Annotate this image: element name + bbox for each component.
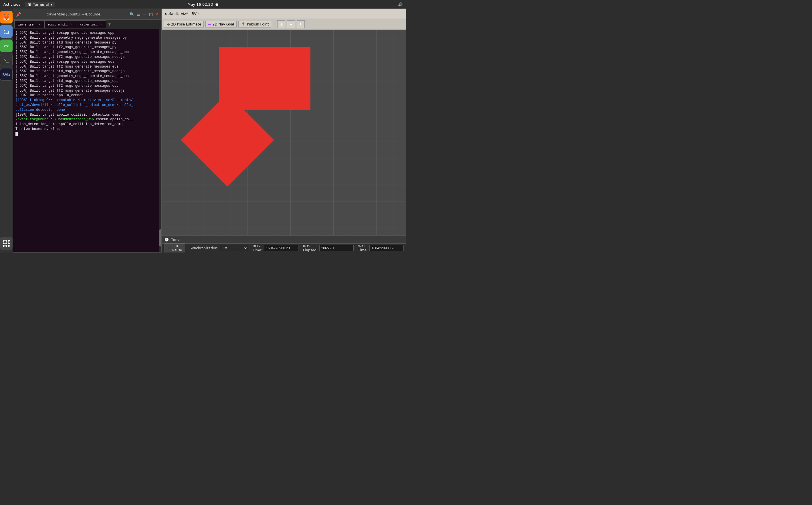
terminal-line: [ 55%] Built target roscpp_generate_mess… — [15, 59, 157, 64]
rviz-viewport[interactable] — [162, 30, 406, 235]
terminal-tab-2[interactable]: roscore htt... ✕ — [44, 20, 76, 28]
terminal-search-icon[interactable]: 🔍 — [129, 12, 134, 17]
terminal-line: [ 55%] Built target roscpp_generate_mess… — [15, 31, 157, 35]
terminal-tabs: xavier-tse... ✕ roscore htt... ✕ xavier-… — [13, 20, 162, 29]
terminal-taskbar-arrow: ▾ — [51, 2, 53, 7]
terminal-line: [100%] Built target apollo_collision_det… — [15, 113, 157, 117]
application-dock: 🦊 🗂 ✏ >_ RViz — [0, 9, 13, 252]
terminal-line: [ 55%] Built target geometry_msgs_genera… — [15, 35, 157, 40]
rviz-titlebar: default.rviz* - RViz — □ — [162, 9, 406, 19]
terminal-line: [ 55%] Built target tf2_msgs_generate_me… — [15, 55, 157, 59]
terminal-line: [ 55%] Built target tf2_msgs_generate_me… — [15, 83, 157, 89]
bottom-panel: 🕐 Time ⏸ ⏸ Pause Synchronization: Off Ex… — [162, 235, 406, 252]
tab-1-close[interactable]: ✕ — [38, 23, 41, 26]
tab-3-close[interactable]: ✕ — [100, 23, 102, 26]
publish-point-label: Publish Point — [247, 22, 269, 26]
terminal-line: [ 55%] Built target geometry_msgs_genera… — [15, 50, 157, 55]
rviz-toolbar: ✛ 2D Pose Estimate ➡ 2D Nav Goal 📍 Publi… — [162, 19, 406, 30]
recording-indicator: ● — [215, 2, 218, 7]
terminal-tab-1[interactable]: xavier-tse... ✕ — [14, 20, 44, 28]
publish-point-icon: 📍 — [241, 22, 246, 27]
sync-select[interactable]: Off Exact Time Approximate — [220, 245, 248, 251]
nav-goal-icon: ➡ — [208, 22, 212, 27]
view-eye-btn[interactable]: 👁 — [297, 20, 305, 28]
pose-estimate-tool[interactable]: ✛ 2D Pose Estimate — [164, 21, 204, 28]
terminal-window: 📌 xavier-tse@ubuntu: ~/Docume... 🔍 ☰ — □… — [13, 9, 162, 252]
rviz-window: default.rviz* - RViz — □ ✛ 2D Pose Estim… — [162, 9, 406, 252]
wall-time-field: Wall Time: — [358, 244, 404, 252]
terminal-line: [ 55%] Built target tf2_msgs_generate_me… — [15, 45, 157, 50]
terminal-line: [ 98%] Built target apollo_common — [15, 93, 157, 98]
toolbar-separator — [274, 21, 274, 28]
wall-time-input — [369, 245, 404, 251]
terminal-cursor-line — [15, 132, 157, 137]
time-clock-icon: 🕐 — [165, 237, 169, 241]
dock-rviz[interactable]: RViz — [0, 68, 13, 81]
tab-3-label: xavier-tse... — [80, 23, 98, 26]
terminal-line-link: [100%] Linking CXX executable /home/xavi… — [15, 98, 157, 112]
add-tab-button[interactable]: ▾ — [106, 20, 113, 28]
tab-2-close[interactable]: ✕ — [70, 23, 72, 26]
terminal-scrollbar[interactable] — [159, 29, 162, 252]
terminal-line: [ 55%] Built target tf2_msgs_generate_me… — [15, 89, 157, 93]
time-section-header: 🕐 Time — [162, 235, 406, 243]
terminal-line: The two boxes overlap. — [15, 127, 157, 132]
pose-estimate-label: 2D Pose Estimate — [171, 22, 201, 26]
terminal-menu-icon[interactable]: ☰ — [137, 12, 141, 17]
time-controls-bar: ⏸ ⏸ Pause Synchronization: Off Exact Tim… — [162, 243, 406, 252]
ros-time-label: ROS Time: — [253, 244, 262, 252]
ros-elapsed-label: ROS Elapsed: — [303, 244, 318, 252]
volume-icon[interactable]: 🔊 — [398, 2, 402, 7]
view-plus-btn[interactable]: + — [277, 20, 285, 28]
sync-label: Synchronization: — [190, 246, 218, 250]
terminal-title: xavier-tse@ubuntu: ~/Docume... — [23, 12, 127, 16]
terminal-line: [ 55%] Built target tf2_msgs_generate_me… — [15, 64, 157, 69]
dock-text-editor[interactable]: ✏ — [0, 39, 13, 52]
terminal-line: [ 55%] Built target std_msgs_generate_me… — [15, 79, 157, 83]
dock-firefox[interactable]: 🦊 — [0, 11, 13, 23]
pose-estimate-icon: ✛ — [167, 22, 170, 27]
system-datetime: May 16 02:23 — [188, 2, 213, 7]
ros-elapsed-input — [319, 245, 354, 251]
show-apps-button[interactable] — [0, 237, 13, 249]
rviz-title: default.rviz* - RViz — [165, 11, 200, 16]
sync-field: Synchronization: Off Exact Time Approxim… — [190, 245, 248, 251]
terminal-minimize-icon[interactable]: — — [143, 12, 147, 17]
pause-button[interactable]: ⏸ ⏸ Pause — [165, 243, 185, 252]
tab-1-label: xavier-tse... — [18, 23, 37, 26]
pause-icon: ⏸ — [168, 246, 171, 250]
publish-point-tool[interactable]: 📍 Publish Point — [238, 21, 271, 28]
dock-terminal[interactable]: >_ — [0, 54, 13, 66]
terminal-prompt-line: xavier-tse@ubuntu:~/Documents/test_ws$ r… — [15, 117, 157, 122]
terminal-close-icon[interactable]: ✕ — [155, 12, 159, 17]
terminal-line: [ 55%] Built target std_msgs_generate_me… — [15, 69, 157, 74]
terminal-tab-3[interactable]: xavier-tse... ✕ — [76, 20, 106, 28]
terminal-taskbar-label: Terminal — [33, 2, 49, 7]
dock-files[interactable]: 🗂 — [0, 25, 13, 38]
terminal-maximize-icon[interactable]: □ — [149, 12, 153, 17]
terminal-icon-small: ▣ — [28, 2, 31, 7]
terminal-line: [ 55%] Built target geometry_msgs_genera… — [15, 74, 157, 79]
terminal-icon-pin: 📌 — [16, 12, 21, 17]
terminal-titlebar: 📌 xavier-tse@ubuntu: ~/Docume... 🔍 ☰ — □… — [13, 9, 162, 20]
ros-elapsed-field: ROS Elapsed: — [303, 244, 354, 252]
terminal-line: ision_detection_demo apollo_collision_de… — [15, 122, 157, 127]
terminal-taskbar-item[interactable]: ▣ Terminal ▾ — [25, 2, 55, 7]
ros-time-field: ROS Time: — [253, 244, 298, 252]
nav-goal-tool[interactable]: ➡ 2D Nav Goal — [206, 21, 237, 28]
view-minus-btn[interactable]: – — [287, 20, 295, 28]
ros-time-input — [264, 245, 298, 251]
activities-button[interactable]: Activities — [3, 2, 20, 7]
terminal-line: [ 55%] Built target std_msgs_generate_me… — [15, 40, 157, 45]
terminal-scrollbar-thumb[interactable] — [160, 229, 161, 246]
nav-goal-label: 2D Nav Goal — [213, 22, 234, 26]
tab-2-label: roscore htt... — [48, 23, 68, 26]
pause-label: ⏸ Pause — [172, 244, 182, 252]
wall-time-label: Wall Time: — [358, 244, 368, 252]
terminal-content: [ 55%] Built target roscpp_generate_mess… — [13, 29, 159, 252]
time-section-label: Time — [171, 237, 180, 241]
system-bar: Activities ▣ Terminal ▾ May 16 02:23 ● 🔊 — [0, 0, 406, 9]
